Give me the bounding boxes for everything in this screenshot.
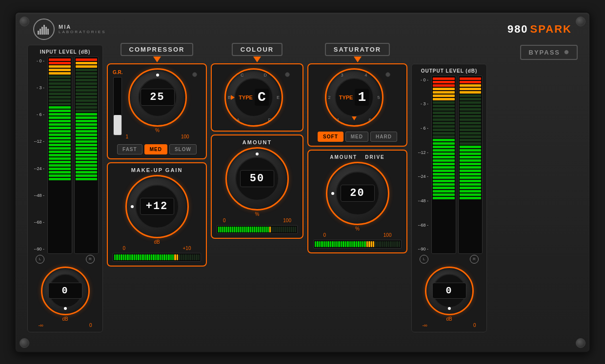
output-range-min: -∞ (423, 323, 427, 328)
colour-lower-title: AMOUNT (242, 139, 272, 145)
input-vu-bars (47, 57, 99, 254)
sat-drive-unit: % (355, 226, 360, 231)
bypass-button[interactable]: BYPASS (520, 45, 578, 60)
header: MIA LABORATORIES 980 SPARK (23, 19, 582, 40)
output-knob-display: 0 (432, 283, 466, 299)
comp-lower-title: MAKE-UP GAIN (131, 167, 183, 173)
screw-tr (576, 17, 585, 26)
output-vu-bars (431, 76, 483, 254)
comp-knob-unit: % (155, 128, 160, 133)
out-vu-label-12: --12 - (418, 150, 428, 155)
comp-btn-fast[interactable]: FAST (117, 144, 142, 154)
saturator-section: SATURATOR TYPE 1 (307, 45, 407, 332)
vu-label-68: --68 - (34, 220, 44, 225)
rack-unit: MIA LABORATORIES 980 SPARK INPUT LEVEL (… (15, 12, 590, 353)
colour-upper: TYPE C C D A F B E (211, 63, 303, 132)
out-vu-label-68: --68 - (418, 223, 428, 228)
comp-btn-slow[interactable]: SLOW (169, 144, 197, 154)
sat-range-min: 0 (323, 232, 326, 238)
saturator-title: SATURATOR (325, 43, 390, 56)
vu-label-24: --24 - (34, 166, 44, 171)
sat-btn-hard[interactable]: HARD (370, 132, 397, 142)
sat-btn-soft[interactable]: SOFT (318, 132, 343, 142)
screw-tl (20, 17, 29, 26)
colour-lower: AMOUNT 50 % 0 100 (211, 134, 303, 239)
sat-led (385, 72, 390, 77)
colour-type-knob[interactable]: TYPE C C D A F B E (224, 68, 283, 127)
input-knob-unit: dB (62, 316, 68, 322)
sat-btn-med[interactable]: MED (345, 132, 368, 142)
out-vu-label-24: --24 - (418, 174, 428, 179)
svg-rect-0 (38, 31, 39, 35)
product-name: SPARK (530, 23, 572, 36)
colour-pointer (231, 95, 235, 100)
input-range-min: -∞ (39, 323, 43, 328)
sat-type-label: TYPE (339, 95, 353, 100)
saturator-arrow (354, 57, 362, 62)
colour-label-f: F (268, 117, 271, 122)
svg-rect-2 (41, 27, 43, 35)
sat-label-4: 4 (364, 73, 367, 77)
screw-br (576, 338, 585, 348)
sat-drive-knob[interactable]: 20 % 0 100 (323, 162, 392, 238)
colour-amount-knob[interactable]: 50 % 0 100 (223, 147, 291, 223)
out-vu-label-6: - 6 - (421, 126, 428, 131)
input-level-knob[interactable]: 0 dB -∞ 0 (39, 267, 92, 328)
makeup-range-min: 0 (123, 246, 126, 251)
colour-label-a: A (237, 117, 240, 122)
sat-label-6: 6 (368, 117, 371, 122)
input-knob-display: 0 (48, 283, 82, 299)
colour-mini-meter (217, 225, 298, 234)
sat-btn-group: SOFT MED HARD (318, 132, 397, 142)
output-level-panel: OUTPUT LEVEL (dB) - 0 - - 3 - - 6 - --12… (411, 64, 487, 332)
input-ch-l: L (36, 255, 44, 264)
sat-drive-label: DRIVE (365, 154, 385, 160)
comp-mini-meter (113, 253, 201, 262)
colour-amount-max: 100 (283, 218, 291, 223)
saturator-type-knob[interactable]: TYPE 1 3 4 1 6 2 5 (325, 68, 383, 127)
makeup-gain-knob[interactable]: +12 dB 0 +10 (123, 175, 191, 251)
sat-lower: AMOUNT DRIVE 20 % 0 100 (307, 150, 407, 253)
sat-label-5: 5 (377, 95, 380, 100)
comp-range-max: 100 (181, 134, 189, 139)
sat-amount-label: AMOUNT (330, 154, 357, 160)
bypass-label: BYPASS (529, 49, 561, 56)
colour-title: COLOUR (232, 43, 282, 56)
vu-label-48: --48 - (34, 193, 44, 198)
output-knob-unit: dB (446, 316, 452, 322)
logo-text: MIA (59, 24, 106, 30)
svg-rect-1 (40, 29, 41, 35)
out-vu-label-0: - 0 - (421, 77, 428, 82)
output-level-knob[interactable]: 0 dB -∞ 0 (423, 267, 476, 328)
sat-label-1: 1 (337, 117, 340, 122)
gr-label: G.R. (113, 70, 123, 75)
colour-section: COLOUR TYPE C (211, 45, 303, 332)
colour-amount-min: 0 (223, 218, 226, 223)
comp-btn-group: FAST MED SLOW (117, 144, 197, 154)
saturator-upper: TYPE 1 3 4 1 6 2 5 (307, 63, 407, 147)
out-vu-label-48: --48 - (418, 198, 428, 203)
colour-amount-display: 50 (240, 170, 274, 187)
bypass-led (564, 50, 569, 55)
product-number: 980 (507, 23, 528, 36)
compressor-arrow (153, 57, 161, 62)
colour-label-c: C (241, 73, 244, 77)
svg-rect-5 (47, 29, 49, 35)
out-vu-label-3: - 3 - (421, 101, 428, 106)
input-range-max: 0 (89, 323, 92, 328)
sat-type-value: 1 (355, 89, 369, 106)
compressor-title: COMPRESSOR (121, 43, 194, 56)
vu-label-6: - 6 - (37, 112, 44, 117)
comp-lower: MAKE-UP GAIN +12 dB 0 +10 (107, 162, 207, 267)
sat-pointer (352, 116, 357, 120)
comp-knob-display: 25 (141, 89, 175, 106)
compressor-ratio-knob[interactable]: 25 % 1 100 (126, 68, 189, 139)
compressor-section: COMPRESSOR G.R. (107, 45, 207, 332)
comp-btn-med[interactable]: MED (144, 144, 167, 154)
output-ch-r: R (470, 255, 479, 264)
logo-area: MIA LABORATORIES (33, 19, 106, 40)
screw-bl (20, 338, 29, 348)
logo-sub: LABORATORIES (59, 30, 106, 34)
svg-rect-3 (43, 25, 45, 35)
output-level-title: OUTPUT LEVEL (dB) (421, 68, 478, 74)
